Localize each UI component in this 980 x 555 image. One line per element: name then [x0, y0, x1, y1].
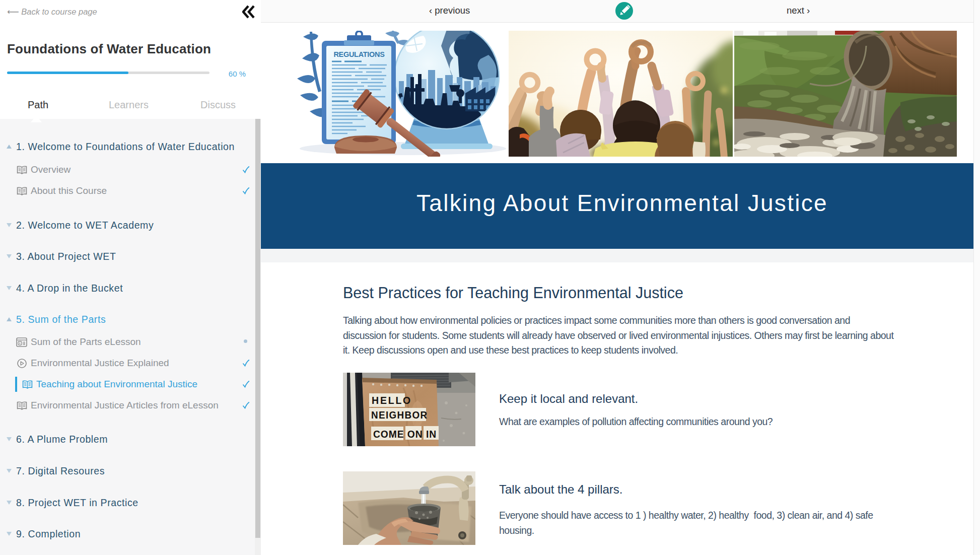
svg-text:NEIGHBOR: NEIGHBOR — [371, 409, 428, 421]
svg-text:COME ON IN: COME ON IN — [373, 428, 437, 440]
svg-text:REGULATIONS: REGULATIONS — [333, 50, 385, 58]
svg-text:HELLO: HELLO — [372, 394, 412, 406]
